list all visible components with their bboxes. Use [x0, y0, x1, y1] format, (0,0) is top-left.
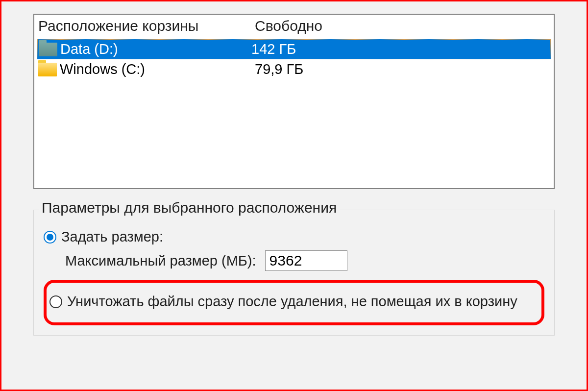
header-location[interactable]: Расположение корзины: [38, 18, 255, 34]
drive-label: Windows (C:): [60, 61, 145, 77]
option-custom-size[interactable]: Задать размер:: [44, 225, 544, 248]
max-size-input[interactable]: [265, 250, 347, 271]
dialog-panel: Расположение корзины Свободно Data (D:) …: [0, 0, 588, 391]
list-row-windows-c[interactable]: Windows (C:) 79,9 ГБ: [34, 59, 554, 79]
custom-size-label: Задать размер:: [61, 228, 163, 245]
highlight-annotation: Уничтожать файлы сразу после удаления, н…: [44, 280, 544, 325]
fieldset-legend: Параметры для выбранного расположения: [39, 199, 340, 216]
drive-label: Data (D:): [60, 41, 118, 57]
list-header: Расположение корзины Свободно: [34, 15, 554, 39]
delete-immediately-label: Уничтожать файлы сразу после удаления, н…: [67, 293, 517, 310]
header-free[interactable]: Свободно: [255, 18, 554, 34]
recycle-bin-locations-list[interactable]: Расположение корзины Свободно Data (D:) …: [33, 14, 555, 189]
folder-icon: [39, 43, 57, 56]
radio-icon[interactable]: [49, 295, 62, 308]
max-size-row: Максимальный размер (МБ):: [44, 250, 544, 271]
settings-for-selected-location: Параметры для выбранного расположения За…: [33, 210, 555, 336]
option-delete-immediately[interactable]: Уничтожать файлы сразу после удаления, н…: [49, 290, 532, 313]
folder-icon: [38, 63, 57, 76]
max-size-label: Максимальный размер (МБ):: [65, 252, 256, 269]
drive-free-space: 142 ГБ: [251, 41, 550, 57]
drive-free-space: 79,9 ГБ: [255, 61, 554, 77]
radio-icon[interactable]: [44, 231, 56, 244]
list-row-data-d[interactable]: Data (D:) 142 ГБ: [37, 39, 551, 59]
